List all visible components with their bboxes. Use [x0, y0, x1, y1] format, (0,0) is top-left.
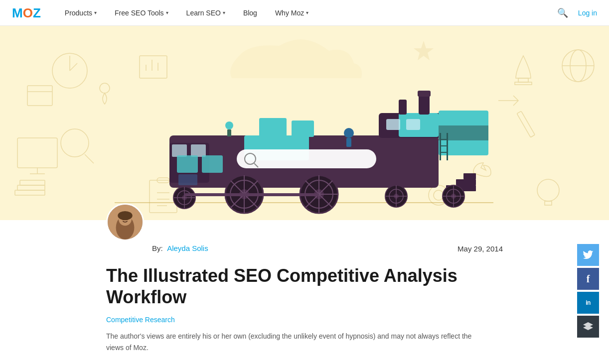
svg-point-60	[225, 175, 263, 213]
hero-banner	[0, 26, 609, 220]
svg-point-85	[447, 189, 460, 203]
svg-rect-95	[292, 121, 314, 137]
svg-point-81	[394, 194, 399, 199]
svg-rect-22	[15, 190, 45, 195]
nav-why-moz[interactable]: Why Moz ▾	[266, 0, 317, 26]
svg-rect-50	[446, 185, 476, 191]
svg-point-8	[61, 129, 89, 157]
svg-rect-12	[515, 82, 532, 85]
svg-rect-51	[456, 179, 476, 185]
logo-letter-m: M	[12, 6, 23, 19]
author-date-row: By: Aleyda Solis May 29, 2014	[106, 220, 503, 260]
svg-point-13	[562, 50, 594, 82]
svg-rect-55	[172, 144, 187, 157]
login-link[interactable]: Log in	[578, 9, 597, 17]
svg-rect-34	[169, 143, 209, 183]
svg-rect-26	[150, 180, 177, 213]
svg-rect-3	[27, 86, 52, 106]
chevron-down-icon: ▾	[166, 10, 168, 15]
logo-letter-o: O	[23, 6, 33, 19]
svg-point-69	[314, 189, 324, 199]
twitter-share-button[interactable]	[577, 244, 599, 266]
nav-free-seo-tools[interactable]: Free SEO Tools ▾	[106, 0, 177, 26]
article-title: The Illustrated SEO Competitive Analysis…	[106, 265, 503, 308]
svg-point-68	[305, 180, 333, 208]
svg-point-84	[443, 185, 464, 207]
svg-rect-36	[399, 113, 439, 137]
chevron-down-icon: ▾	[223, 10, 225, 15]
nav-blog[interactable]: Blog	[234, 0, 266, 26]
svg-rect-32	[169, 135, 439, 188]
article-section: The Illustrated SEO Competitive Analysis…	[0, 260, 609, 364]
svg-point-86	[451, 194, 456, 199]
svg-point-75	[177, 191, 191, 205]
svg-point-90	[344, 128, 354, 138]
svg-rect-37	[237, 149, 376, 168]
svg-rect-59	[178, 174, 197, 185]
svg-rect-10	[17, 138, 57, 168]
svg-rect-54	[406, 119, 420, 130]
article-date: May 29, 2014	[457, 244, 503, 253]
svg-rect-93	[227, 129, 231, 136]
svg-rect-11	[518, 78, 528, 82]
svg-point-67	[300, 175, 338, 213]
nav-links: Products ▾ Free SEO Tools ▾ Learn SEO ▾ …	[56, 0, 557, 26]
svg-point-76	[182, 195, 187, 200]
svg-point-79	[385, 185, 407, 207]
svg-line-9	[85, 154, 94, 163]
svg-rect-94	[259, 118, 287, 137]
author-avatar-wrapper	[106, 203, 144, 241]
facebook-share-button[interactable]: f	[577, 268, 599, 290]
svg-line-1	[70, 63, 77, 71]
hero-illustration	[0, 26, 609, 220]
svg-line-73	[305, 181, 332, 208]
svg-rect-27	[157, 178, 169, 183]
svg-rect-91	[346, 138, 351, 147]
svg-point-80	[389, 189, 403, 203]
svg-rect-58	[202, 155, 223, 173]
buffer-share-button[interactable]	[577, 316, 599, 338]
moz-logo[interactable]: MOZ	[12, 6, 41, 19]
svg-rect-18	[545, 201, 552, 205]
svg-point-0	[52, 53, 87, 88]
svg-point-62	[239, 189, 249, 199]
article-disclaimer: The author's views are entirely his or h…	[106, 331, 475, 353]
svg-rect-45	[440, 133, 441, 160]
svg-rect-23	[17, 185, 45, 190]
logo-letter-z: Z	[33, 6, 41, 19]
svg-rect-44	[399, 100, 407, 115]
svg-point-38	[245, 153, 256, 164]
svg-point-25	[100, 83, 110, 93]
avatar	[106, 203, 144, 241]
svg-point-74	[173, 187, 195, 209]
svg-point-101	[118, 211, 132, 220]
svg-line-65	[231, 181, 258, 208]
nav-learn-seo[interactable]: Learn SEO ▾	[177, 0, 234, 26]
svg-rect-4	[140, 56, 167, 78]
svg-rect-41	[439, 125, 488, 140]
svg-marker-19	[414, 41, 434, 60]
social-sidebar: f in	[577, 244, 599, 338]
svg-rect-43	[418, 91, 431, 97]
svg-rect-16	[517, 111, 535, 137]
author-bar: By: Aleyda Solis May 29, 2014	[0, 220, 609, 260]
svg-rect-42	[419, 95, 430, 115]
author-name-link[interactable]: Aleyda Solis	[167, 244, 208, 252]
svg-line-39	[254, 163, 258, 167]
search-icon[interactable]: 🔍	[557, 7, 568, 18]
svg-rect-33	[379, 113, 444, 138]
nav-products[interactable]: Products ▾	[56, 0, 106, 26]
svg-point-14	[570, 50, 586, 82]
svg-point-92	[225, 121, 233, 129]
article-category-link[interactable]: Competitive Research	[106, 316, 503, 324]
svg-rect-56	[191, 144, 206, 157]
svg-rect-52	[463, 173, 476, 179]
svg-point-61	[230, 180, 258, 208]
svg-rect-89	[184, 193, 319, 196]
svg-point-21	[434, 190, 444, 200]
navbar: MOZ Products ▾ Free SEO Tools ▾ Learn SE…	[0, 0, 609, 26]
svg-rect-46	[447, 133, 448, 160]
linkedin-share-button[interactable]: in	[577, 292, 599, 314]
svg-rect-24	[20, 180, 45, 185]
svg-rect-53	[386, 119, 400, 130]
